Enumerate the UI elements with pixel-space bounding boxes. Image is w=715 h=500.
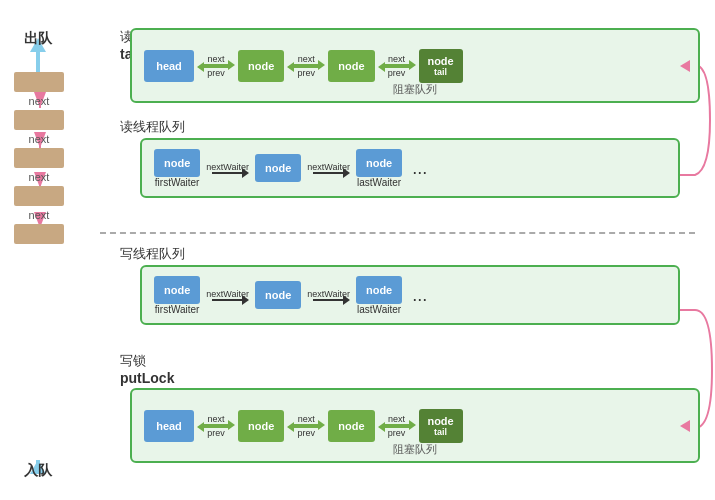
in-label: 入队 (24, 462, 52, 480)
read-thread-node-3: node (356, 149, 402, 177)
np-arrows-3: next prev (383, 54, 411, 78)
write-lock-section-label: 写锁 putLock (120, 352, 174, 386)
queue-block-2 (14, 110, 64, 130)
next-label-3: next (29, 171, 50, 183)
diagram-container: 出队 next next next next 入队 读锁 takeLock (0, 0, 715, 500)
out-queue-section: 出队 (24, 30, 52, 48)
write-lock-node-2: node (328, 410, 374, 442)
out-label: 出队 (24, 30, 52, 48)
read-lock-node-2: node (328, 50, 374, 82)
write-thread-node-2: node (255, 281, 301, 309)
dotted-divider (100, 232, 695, 234)
write-nw-arrow-1: nextWaiter (206, 289, 249, 301)
queue-block-3 (14, 148, 64, 168)
np-arrows-2: next prev (292, 54, 320, 78)
write-last-waiter-label: lastWaiter (357, 304, 401, 315)
write-np-arrows-3: next prev (383, 414, 411, 438)
queue-block-4 (14, 186, 64, 206)
write-thread-section-label: 写线程队列 (120, 245, 185, 263)
blocking-queue-label-1: 阻塞队列 (393, 82, 437, 97)
svg-rect-7 (36, 52, 40, 72)
queue-block-5 (14, 224, 64, 244)
np-arrows-1: next prev (202, 54, 230, 78)
read-ellipsis: ... (412, 158, 427, 179)
write-nw-arrow-2: nextWaiter (307, 289, 350, 301)
write-tail-arrow-indicator (680, 420, 690, 432)
write-np-arrows-2: next prev (292, 414, 320, 438)
blocking-queue-label-2: 阻塞队列 (393, 442, 437, 457)
write-lock-box: head next prev node next prev node (130, 388, 700, 463)
first-waiter-label: firstWaiter (155, 177, 200, 188)
tail-arrow-indicator (680, 60, 690, 72)
read-thread-queue-box: node firstWaiter nextWaiter node nextWai… (140, 138, 680, 198)
write-np-arrows-1: next prev (202, 414, 230, 438)
in-queue-section: 入队 (24, 462, 52, 480)
write-thread-node-1: node (154, 276, 200, 304)
read-lock-head-node: head (144, 50, 194, 82)
read-thread-node-1: node (154, 149, 200, 177)
nw-arrow-2: nextWaiter (307, 162, 350, 174)
write-lock-head-node: head (144, 410, 194, 442)
write-thread-queue-box: node firstWaiter nextWaiter node nextWai… (140, 265, 680, 325)
write-lock-tail-node: node tail (419, 409, 463, 443)
write-thread-node-3-wrap: node lastWaiter (356, 276, 402, 315)
write-thread-node-1-wrap: node firstWaiter (154, 276, 200, 315)
read-thread-section-label: 读线程队列 (120, 118, 185, 136)
next-label-2: next (29, 133, 50, 145)
read-lock-tail-node: node tail (419, 49, 463, 83)
put-lock-label: putLock (120, 370, 174, 386)
next-label-1: next (29, 95, 50, 107)
read-lock-node-1: node (238, 50, 284, 82)
next-label-4: next (29, 209, 50, 221)
nw-arrow-1: nextWaiter (206, 162, 249, 174)
write-lock-node-1: node (238, 410, 284, 442)
write-first-waiter-label: firstWaiter (155, 304, 200, 315)
read-lock-box: head next prev node next (130, 28, 700, 103)
queue-block-1 (14, 72, 64, 92)
left-queue-blocks: next next next next (14, 72, 64, 244)
write-thread-node-3: node (356, 276, 402, 304)
last-waiter-label: lastWaiter (357, 177, 401, 188)
read-thread-node-2: node (255, 154, 301, 182)
write-ellipsis: ... (412, 285, 427, 306)
read-thread-node-3-wrap: node lastWaiter (356, 149, 402, 188)
read-thread-node-1-wrap: node firstWaiter (154, 149, 200, 188)
